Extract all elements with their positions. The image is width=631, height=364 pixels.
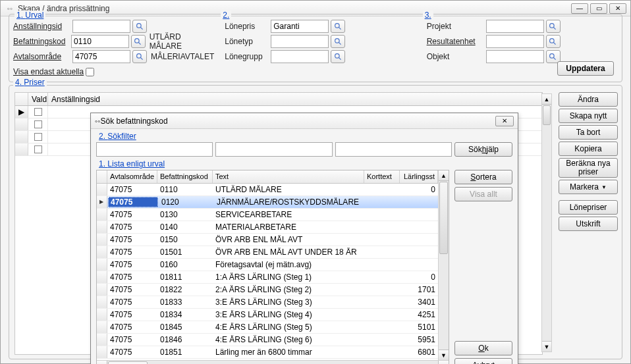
uppdatera-button[interactable]: Uppdatera: [557, 61, 614, 76]
table-row[interactable]: 470750130SERVICEARBETARE: [97, 209, 438, 221]
table-row[interactable]: 47075018343:E ÅRS LÄRLING (Steg 4)4251: [97, 309, 438, 321]
table-row[interactable]: 47075018464:E ÅRS LÄRLING (Steg 6)5951: [97, 334, 438, 346]
lonepriser-button[interactable]: Lönepriser: [559, 200, 618, 215]
svg-line-3: [139, 42, 141, 44]
close-button[interactable]: ✕: [609, 3, 626, 14]
ta-bort-button[interactable]: Ta bort: [559, 125, 618, 140]
utskrift-button[interactable]: Utskrift: [559, 217, 618, 231]
col-vald[interactable]: Vald: [28, 93, 48, 105]
markera-button[interactable]: Markera ▼: [559, 180, 618, 194]
table-row[interactable]: 47075018333:E ÅRS LÄRLING (Steg 3)3401: [97, 296, 438, 309]
table-row[interactable]: 4707501851Lärling mer än 6800 timmar6801: [97, 346, 438, 359]
scroll-right-icon[interactable]: ▶: [438, 361, 449, 364]
avbryt-button[interactable]: Avbryt: [454, 358, 512, 364]
svg-point-2: [135, 38, 140, 43]
table-row[interactable]: 47075018222:A ÅRS LÄRLING (Steg 2)1701: [97, 284, 438, 296]
section-4-link[interactable]: 4. Priser: [13, 78, 47, 87]
section-2-link[interactable]: 2.: [221, 11, 231, 20]
table-row[interactable]: 470750110UTLÄRD MÅLARE0: [97, 184, 438, 196]
scroll-up-icon[interactable]: ▲: [439, 170, 449, 181]
scroll-up-icon[interactable]: ▲: [542, 94, 551, 105]
bg-vscrollbar[interactable]: ▲ ▼: [541, 93, 552, 352]
maximize-button[interactable]: ▭: [590, 3, 607, 14]
svg-point-12: [550, 23, 555, 28]
befattningskod-lookup-button[interactable]: [131, 35, 146, 48]
svg-line-17: [553, 57, 555, 59]
sortera-button[interactable]: Sortera: [454, 170, 512, 184]
filter-input-2[interactable]: [215, 142, 332, 157]
table-row[interactable]: 470750150ÖVR ARB ENL MÅL AVT: [97, 234, 438, 246]
lonetyp-input[interactable]: [271, 35, 329, 48]
lonepris-input[interactable]: [271, 20, 329, 33]
scroll-down-icon[interactable]: ▼: [439, 350, 449, 360]
result-grid: Avtalsområde Befattningskod Text Korttex…: [96, 170, 449, 364]
ok-button[interactable]: Ok: [454, 341, 512, 355]
table-row[interactable]: 47075018111:A ÅRS LÄRLING (Steg 1)0: [97, 271, 438, 284]
befattningskod-input[interactable]: [71, 35, 129, 48]
skapa-nytt-button[interactable]: Skapa nytt: [559, 109, 618, 123]
lonegrupp-input[interactable]: [271, 50, 329, 63]
dialog-titlebar: ◦◦ Sök befattningskod ✕: [91, 113, 518, 129]
visa-aktuella-label: Visa endast aktuella: [13, 67, 86, 76]
dialog-close-button[interactable]: ✕: [495, 116, 514, 126]
anstallningsid-input[interactable]: [72, 20, 130, 33]
scroll-down-icon[interactable]: ▼: [542, 341, 551, 351]
dialog-vscrollbar[interactable]: ▲ ▼: [438, 170, 449, 360]
section-3-link[interactable]: 3.: [423, 11, 433, 20]
anstallningsid-lookup-button[interactable]: [132, 20, 147, 33]
filter-panel: 1. Urval Anställningsid Befattningskod U…: [9, 14, 622, 82]
svg-point-4: [136, 53, 141, 58]
befattningskod-desc: UTLÄRD MÅLARE: [150, 32, 215, 51]
lista-link[interactable]: 1. Lista enligt urval: [99, 159, 165, 169]
avtalsomrade-input[interactable]: [72, 50, 130, 63]
projekt-lookup-button[interactable]: [546, 20, 561, 33]
avtalsomrade-label: Avtalsområde: [13, 52, 72, 61]
table-row[interactable]: 470750160Företagsavtal (ej mätn.avg): [97, 259, 438, 271]
avtalsomrade-lookup-button[interactable]: [132, 50, 147, 63]
svg-line-1: [140, 27, 142, 29]
dialog-title: Sök befattningskod: [101, 117, 168, 126]
svg-line-13: [553, 27, 555, 29]
filter-input-3[interactable]: [335, 142, 452, 157]
lonepris-label: Lönepris: [225, 22, 271, 31]
scroll-thumb[interactable]: [439, 182, 448, 254]
scroll-thumb[interactable]: [543, 105, 551, 125]
scroll-thumb-h[interactable]: [108, 361, 148, 364]
lonepris-lookup-button[interactable]: [331, 20, 345, 33]
resultatenhet-input[interactable]: [486, 35, 544, 48]
app-icon: ◦◦: [5, 3, 15, 14]
dialog-hscrollbar[interactable]: ◀ ▶: [97, 360, 449, 364]
table-row[interactable]: 470750120JÄRNMÅLARE/ROSTSKYDDSMÅLARE: [97, 196, 438, 209]
kopiera-button[interactable]: Kopiera: [559, 142, 618, 156]
objekt-input[interactable]: [486, 50, 544, 63]
visa-allt-button[interactable]: Visa allt: [454, 187, 512, 201]
col-korttext[interactable]: Korttext: [364, 170, 400, 183]
table-row[interactable]: 4707501501ÖVR ARB ENL MÅL AVT UNDER 18 Å…: [97, 246, 438, 259]
andra-button[interactable]: Ändra: [559, 92, 618, 107]
visa-aktuella-checkbox[interactable]: [86, 68, 94, 76]
lonetyp-lookup-button[interactable]: [331, 35, 345, 48]
sok-befattningskod-dialog: ◦◦ Sök befattningskod ✕ 2. Sökfilter Sök…: [90, 113, 518, 364]
col-anstallningsid[interactable]: Anställningsid: [48, 93, 542, 105]
sokhjalp-button[interactable]: Sökhjälp: [454, 142, 512, 157]
table-row[interactable]: 470750140MATERIALARBETARE: [97, 221, 438, 234]
col-befattningskod[interactable]: Befattningskod: [157, 170, 213, 183]
svg-point-10: [335, 53, 339, 58]
lonegrupp-lookup-button[interactable]: [331, 50, 345, 63]
col-larlingsst[interactable]: Lärlingsst: [400, 170, 438, 183]
resultatenhet-label: Resultatenhet: [427, 37, 486, 46]
filter-input-1[interactable]: [96, 142, 213, 157]
scroll-left-icon[interactable]: ◀: [97, 361, 107, 364]
dropdown-icon: ▼: [601, 184, 607, 190]
resultatenhet-lookup-button[interactable]: [546, 35, 561, 48]
col-text[interactable]: Text: [213, 170, 364, 183]
col-avtalsomrade[interactable]: Avtalsområde: [107, 170, 157, 183]
sokfilter-link[interactable]: 2. Sökfilter: [99, 132, 136, 141]
minimize-button[interactable]: —: [571, 3, 588, 14]
berakna-button[interactable]: Beräkna nya priser: [559, 158, 618, 178]
section-1-link[interactable]: 1. Urval: [14, 11, 45, 20]
projekt-input[interactable]: [486, 20, 544, 33]
table-row[interactable]: 47075018454:E ÅRS LÄRLING (Steg 5)5101: [97, 321, 438, 334]
befattningskod-label: Befattningskod: [13, 37, 71, 46]
svg-point-14: [550, 38, 555, 43]
